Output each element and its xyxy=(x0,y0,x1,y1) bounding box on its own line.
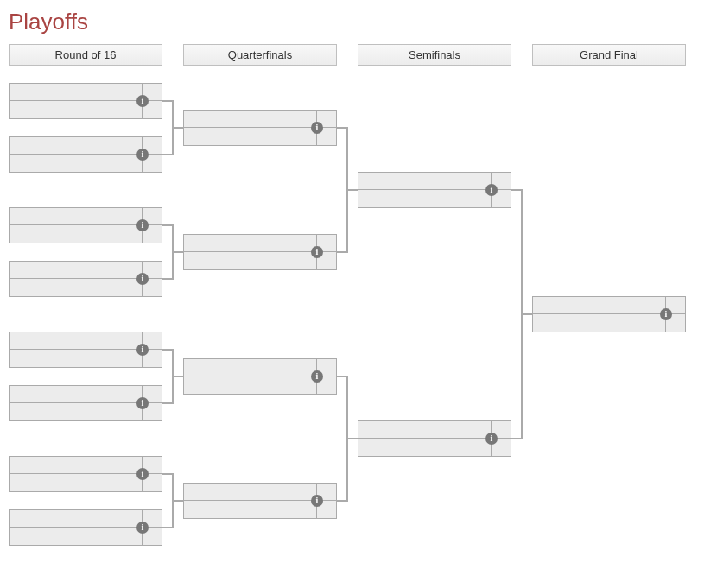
info-icon[interactable]: i xyxy=(311,495,323,507)
team-cell xyxy=(184,252,316,269)
bracket-connector xyxy=(162,349,172,351)
match-r16-6: i xyxy=(9,385,162,421)
info-icon[interactable]: i xyxy=(136,468,149,480)
bracket-connector xyxy=(346,438,358,439)
info-icon[interactable]: i xyxy=(136,95,149,107)
team-cell xyxy=(10,101,142,118)
team-cell xyxy=(184,501,316,518)
match-r16-4: i xyxy=(9,261,162,297)
bracket-connector xyxy=(521,313,532,315)
team-cell xyxy=(358,190,491,207)
info-icon[interactable]: i xyxy=(136,219,149,231)
team-cell xyxy=(10,225,142,243)
bracket-connector xyxy=(162,402,172,404)
team-cell xyxy=(184,111,316,127)
match-r16-3: i xyxy=(9,207,162,243)
bracket-connector xyxy=(346,189,358,191)
bracket-connector xyxy=(172,251,183,253)
round-header-sf: Semifinals xyxy=(358,44,511,66)
bracket-connector xyxy=(162,154,172,155)
team-cell xyxy=(10,155,142,172)
bracket-connector xyxy=(337,500,346,502)
match-sf-1: i xyxy=(358,172,511,208)
round-header-gf: Grand Final xyxy=(532,44,686,66)
team-cell xyxy=(184,235,316,251)
info-icon[interactable]: i xyxy=(136,397,149,409)
info-icon[interactable]: i xyxy=(311,122,323,134)
bracket-connector xyxy=(511,189,521,191)
team-cell xyxy=(358,173,491,189)
bracket-connector xyxy=(172,376,183,377)
match-r16-8: i xyxy=(9,509,162,546)
match-r16-2: i xyxy=(9,136,162,173)
team-cell xyxy=(10,137,142,154)
round-headers: Round of 16 Quarterfinals Semifinals Gra… xyxy=(9,44,714,66)
bracket-connector xyxy=(337,376,346,377)
page-title: Playoffs xyxy=(9,9,714,35)
round-header-r16: Round of 16 xyxy=(9,44,162,66)
info-icon[interactable]: i xyxy=(485,433,498,445)
team-cell xyxy=(10,208,142,224)
team-cell xyxy=(533,314,665,332)
match-qf-1: i xyxy=(183,110,337,146)
bracket-connector xyxy=(337,251,346,253)
bracket-connector xyxy=(172,500,183,502)
info-icon[interactable]: i xyxy=(136,344,149,356)
team-cell xyxy=(184,376,316,394)
team-cell xyxy=(10,510,142,527)
team-cell xyxy=(10,84,142,100)
info-icon[interactable]: i xyxy=(311,370,323,383)
team-cell xyxy=(10,279,142,296)
team-cell xyxy=(184,484,316,500)
round-header-qf: Quarterfinals xyxy=(183,44,337,66)
match-gf: i xyxy=(532,296,686,332)
bracket-connector xyxy=(511,438,521,439)
match-qf-3: i xyxy=(183,358,337,395)
bracket-connector xyxy=(162,224,172,226)
team-cell xyxy=(10,386,142,402)
team-cell xyxy=(10,262,142,278)
team-cell xyxy=(533,297,665,313)
info-icon[interactable]: i xyxy=(660,308,672,320)
team-cell xyxy=(10,474,142,491)
team-cell xyxy=(184,128,316,145)
team-cell xyxy=(184,359,316,376)
info-icon[interactable]: i xyxy=(136,273,149,285)
bracket: i i i i i i i i i xyxy=(9,83,714,588)
match-qf-4: i xyxy=(183,483,337,519)
team-cell xyxy=(10,457,142,473)
info-icon[interactable]: i xyxy=(485,184,498,196)
info-icon[interactable]: i xyxy=(136,522,149,534)
bracket-connector xyxy=(162,278,172,280)
match-r16-7: i xyxy=(9,456,162,492)
match-sf-2: i xyxy=(358,420,511,457)
team-cell xyxy=(358,439,491,456)
team-cell xyxy=(10,528,142,545)
info-icon[interactable]: i xyxy=(136,149,149,161)
bracket-connector xyxy=(162,527,172,528)
team-cell xyxy=(10,332,142,349)
info-icon[interactable]: i xyxy=(311,246,323,258)
match-r16-1: i xyxy=(9,83,162,119)
match-r16-5: i xyxy=(9,332,162,368)
bracket-connector xyxy=(172,127,183,129)
bracket-connector xyxy=(162,100,172,102)
team-cell xyxy=(10,403,142,420)
match-qf-2: i xyxy=(183,234,337,270)
team-cell xyxy=(358,421,491,438)
team-cell xyxy=(10,350,142,367)
bracket-connector xyxy=(162,473,172,475)
bracket-connector xyxy=(337,127,346,129)
